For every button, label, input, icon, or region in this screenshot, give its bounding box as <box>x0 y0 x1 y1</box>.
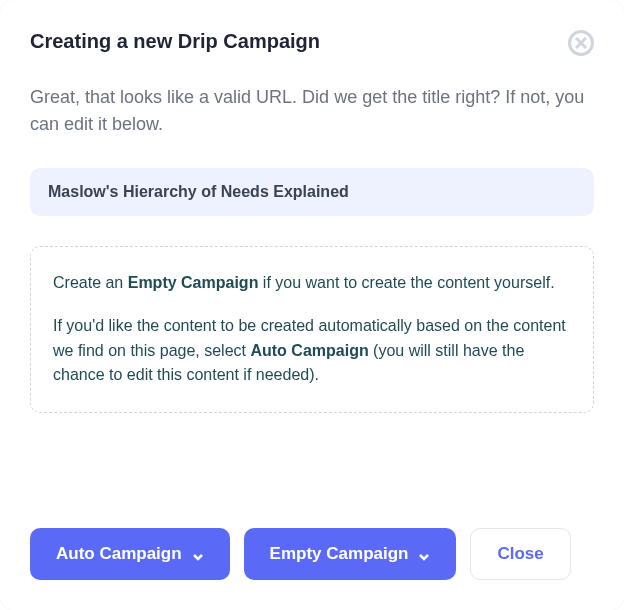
modal-footer: Auto Campaign Empty Campaign Close <box>30 528 594 580</box>
info-paragraph-1: Create an Empty Campaign if you want to … <box>53 271 571 296</box>
chevron-down-icon <box>418 548 430 560</box>
button-label: Empty Campaign <box>270 544 409 564</box>
modal-title: Creating a new Drip Campaign <box>30 30 320 53</box>
button-label: Close <box>497 544 543 564</box>
info-box: Create an Empty Campaign if you want to … <box>30 246 594 413</box>
info-text: if you want to create the content yourse… <box>258 274 554 291</box>
auto-campaign-button[interactable]: Auto Campaign <box>30 528 230 580</box>
close-button[interactable]: Close <box>470 528 570 580</box>
info-text: Create an <box>53 274 128 291</box>
modal-subtitle: Great, that looks like a valid URL. Did … <box>30 84 594 138</box>
modal-header: Creating a new Drip Campaign <box>30 30 594 56</box>
title-input[interactable] <box>30 168 594 216</box>
button-label: Auto Campaign <box>56 544 182 564</box>
chevron-down-icon <box>192 548 204 560</box>
info-paragraph-2: If you'd like the content to be created … <box>53 314 571 388</box>
close-icon[interactable] <box>568 30 594 56</box>
title-input-row <box>30 168 594 216</box>
info-strong: Auto Campaign <box>250 342 368 359</box>
info-strong: Empty Campaign <box>128 274 259 291</box>
empty-campaign-button[interactable]: Empty Campaign <box>244 528 457 580</box>
modal-dialog: Creating a new Drip Campaign Great, that… <box>0 0 624 610</box>
